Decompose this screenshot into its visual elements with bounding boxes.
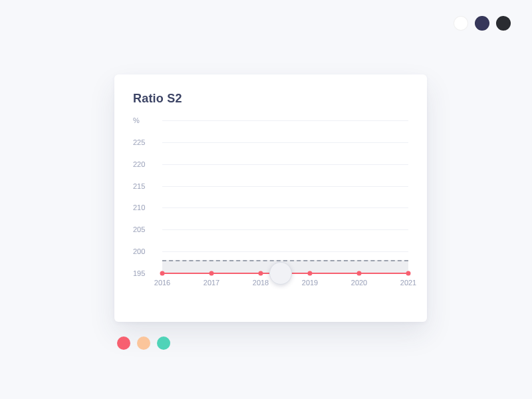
series-red-swatch[interactable] <box>117 336 130 350</box>
theme-light-swatch[interactable] <box>454 16 468 31</box>
grid-line <box>162 186 408 187</box>
y-tick-label: 220 <box>133 160 158 168</box>
grid-line <box>162 164 408 165</box>
chart-card: Ratio S2 %225220215210205200195 20162017… <box>114 74 427 322</box>
chart-title: Ratio S2 <box>133 92 408 106</box>
grid-line <box>162 229 408 230</box>
y-tick-label: % <box>133 116 158 124</box>
theme-navy-swatch[interactable] <box>475 16 489 31</box>
x-axis: 201620172018201920202021 <box>162 279 408 292</box>
x-tick-label: 2021 <box>400 279 416 287</box>
x-tick-label: 2019 <box>302 279 318 287</box>
y-tick-label: 210 <box>133 203 158 211</box>
x-tick-label: 2018 <box>253 279 269 287</box>
data-point <box>259 271 263 276</box>
grid-line <box>162 251 408 252</box>
theme-swatch-row <box>454 16 511 31</box>
chart-area: %225220215210205200195 20162017201820192… <box>133 120 408 300</box>
plot-region <box>162 120 408 273</box>
x-tick-label: 2017 <box>203 279 219 287</box>
y-tick-label: 195 <box>133 269 158 277</box>
data-point <box>357 271 362 276</box>
data-point <box>308 271 313 276</box>
y-axis: %225220215210205200195 <box>133 120 158 273</box>
grid-line <box>162 142 408 143</box>
data-point <box>406 271 411 276</box>
y-tick-label: 225 <box>133 138 158 146</box>
data-point <box>160 271 165 276</box>
x-tick-label: 2016 <box>154 279 170 287</box>
theme-dark-swatch[interactable] <box>496 16 511 31</box>
grid-line <box>162 120 408 121</box>
y-tick-label: 200 <box>133 247 158 255</box>
series-teal-swatch[interactable] <box>157 336 170 350</box>
y-tick-label: 205 <box>133 225 158 233</box>
series-peach-swatch[interactable] <box>137 336 150 350</box>
x-tick-label: 2020 <box>351 279 367 287</box>
grid-line <box>162 207 408 208</box>
data-point <box>209 271 214 276</box>
y-tick-label: 215 <box>133 182 158 190</box>
threshold-line <box>162 260 408 261</box>
legend-swatch-row <box>117 336 170 350</box>
